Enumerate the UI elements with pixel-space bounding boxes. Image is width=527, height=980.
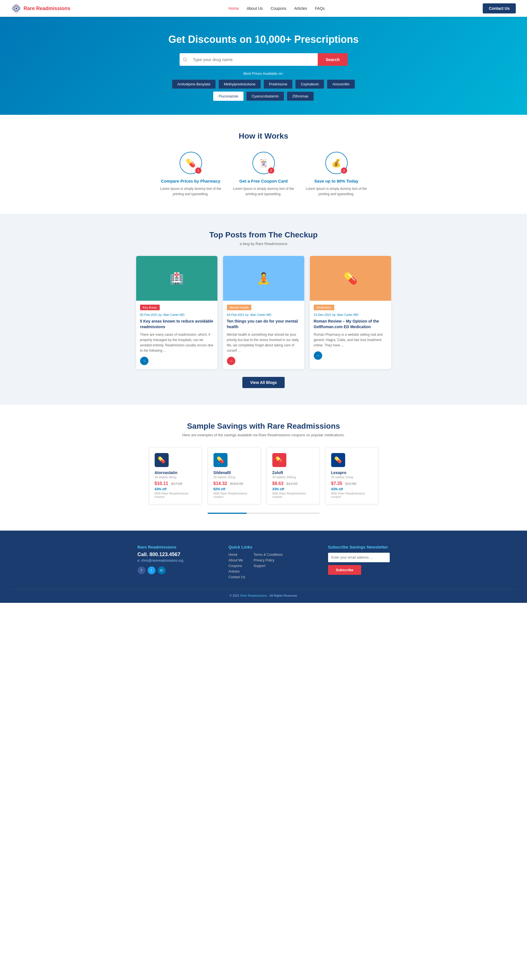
nav-coupons[interactable]: Coupons (271, 6, 286, 11)
footer-link[interactable]: About Me (228, 558, 245, 562)
post-image: 🏥 (136, 256, 217, 301)
svg-line-5 (186, 60, 187, 61)
savings-card: 💊 Zoloft 30 tablets 100mg $8.63 $12.83 3… (267, 447, 320, 504)
post-excerpt: Roman Pharmacy is a website selling real… (314, 332, 387, 348)
footer-newsletter: Subscribe Savings Newsletter Subscribe (328, 545, 390, 581)
nav-links: Home About Us Coupons Articles FAQs (228, 6, 325, 11)
drug-tag[interactable]: Cyanocobalamin (246, 92, 284, 101)
savings-pct: 92% off (214, 487, 255, 491)
step-title: Get a Free Coupon Card (233, 179, 294, 183)
drug-tag[interactable]: Zithromax (287, 92, 314, 101)
twitter-icon[interactable]: t (148, 566, 155, 574)
social-icons: f t in (137, 566, 184, 574)
post-meta: 04-Feb-2021 by: Alan Carter MD (227, 313, 300, 317)
footer-links: Quick Links HomeAbout MeCouponsArticlesC… (228, 545, 283, 581)
footer-link[interactable]: Terms & Conditions (254, 553, 283, 557)
footer-link[interactable]: Support (254, 564, 283, 568)
savings-price: $7.35 (331, 481, 342, 486)
savings-drug: Lexapro (331, 470, 373, 475)
logo[interactable]: Rare Readmissions (11, 3, 70, 13)
footer-link[interactable]: Articles (228, 570, 245, 573)
drug-tag[interactable]: Amlodipine Besylate (172, 80, 216, 89)
savings-subtitle: Here are examples of the savings availab… (6, 433, 521, 437)
savings-icon: 💊 (155, 453, 169, 467)
drug-tag[interactable]: Prednisone (264, 80, 293, 89)
savings-pct: 43% off (331, 487, 373, 491)
savings-pricing: $7.35 $12.88 (331, 481, 373, 486)
facebook-icon[interactable]: f (137, 566, 145, 574)
post-body: Mental Health 04-Feb-2021 by: Alan Carte… (223, 301, 304, 369)
footer-link[interactable]: Privacy Policy (254, 558, 283, 562)
step-number: 1 (195, 167, 201, 173)
progress-fill (208, 513, 247, 514)
post-title: Roman Review – My Opinion of the GetRoma… (314, 319, 387, 329)
post-meta: 13-Dec-2021 by: Alan Carter MD (314, 313, 387, 317)
post-badge: Key Areas (140, 305, 160, 310)
logo-icon (11, 3, 21, 13)
steps-container: 💊 1 Compare Prices by Pharmacy Lorem Ips… (6, 152, 521, 197)
post-excerpt: Mental health is something that should b… (227, 332, 300, 354)
footer-bottom: © 2021 Rare Readmissions . All Rights Re… (11, 589, 516, 597)
drug-tag[interactable]: Amoxicillin (327, 80, 355, 89)
top-posts-section: Top Posts from The Checkup a blog by Rar… (0, 214, 527, 405)
savings-card: 💊 Atorvastatin 30 tablets 40mg $10.11 $1… (149, 447, 202, 504)
savings-with: With Rare Readmissions coupon (331, 492, 373, 498)
step-title: Compare Prices by Pharmacy (160, 179, 222, 183)
savings-section: Sample Savings with Rare Readmissions He… (0, 405, 527, 531)
footer-col-2: Terms & ConditionsPrivacy PolicySupport (254, 553, 283, 581)
drug-tags: Amlodipine BesylateMethylprednisolonePre… (166, 80, 362, 101)
progress-bar (208, 513, 320, 514)
post-body: Medication 13-Dec-2021 by: Alan Carter M… (310, 301, 391, 364)
subscribe-button[interactable]: Subscribe (328, 565, 361, 575)
nav-home[interactable]: Home (228, 6, 239, 11)
hero-section: Get Discounts on 10,000+ Prescriptions S… (0, 17, 527, 115)
footer-link[interactable]: Coupons (228, 564, 245, 568)
savings-drug: Atorvastatin (155, 470, 196, 475)
post-image: 💊 (310, 256, 391, 301)
footer-cols: HomeAbout MeCouponsArticlesContact UsTer… (228, 553, 283, 581)
search-button[interactable]: Search (318, 53, 347, 66)
linkedin-icon[interactable]: in (158, 566, 166, 574)
nav-faqs[interactable]: FAQs (315, 6, 325, 11)
footer-link[interactable]: Contact Us (228, 575, 245, 579)
savings-with: With Rare Readmissions coupon (272, 492, 314, 498)
savings-original: $17.80 (171, 482, 182, 486)
best-prices-label: Best Prices Available on: (6, 72, 521, 76)
drug-tag[interactable]: Fluconazole (213, 92, 243, 101)
post-arrow[interactable]: → (140, 357, 149, 365)
savings-card: 💊 Lexapro 30 tablets 10mg $7.35 $12.88 4… (325, 447, 378, 504)
savings-pricing: $8.63 $12.83 (272, 481, 314, 486)
footer-newsletter-title: Subscribe Savings Newsletter (328, 545, 390, 549)
view-all-button[interactable]: View All Blogs (242, 377, 285, 388)
post-arrow[interactable]: → (227, 357, 235, 365)
step-icon: 💰 3 (325, 152, 348, 174)
post-arrow[interactable]: → (314, 352, 322, 360)
drug-tag[interactable]: Cephalexin (295, 80, 324, 89)
step-item: 💊 1 Compare Prices by Pharmacy Lorem Ips… (160, 152, 222, 197)
hero-title: Get Discounts on 10,000+ Prescriptions (6, 33, 521, 45)
post-meta: 05-Feb-2021 by: Alan Carter MD (140, 313, 214, 317)
how-it-works-section: How it Works 💊 1 Compare Prices by Pharm… (0, 115, 527, 214)
savings-icon: 💊 (331, 453, 345, 467)
nav-articles[interactable]: Articles (294, 6, 307, 11)
savings-icon: 💊 (214, 453, 227, 467)
drug-tag[interactable]: Methylprednisolone (219, 80, 261, 89)
step-number: 2 (268, 167, 274, 173)
savings-qty: 30 tablets 100mg (272, 476, 314, 479)
search-input[interactable] (191, 53, 318, 66)
post-image: 🧘 (223, 256, 304, 301)
posts-grid: 🏥 Key Areas 05-Feb-2021 by: Alan Carter … (126, 256, 401, 369)
footer-brand-link[interactable]: Rare Readmissions (240, 594, 267, 597)
savings-price: $14.32 (214, 481, 227, 486)
post-badge: Mental Health (227, 305, 252, 310)
how-it-works-title: How it Works (6, 132, 521, 140)
svg-point-3 (15, 8, 17, 9)
savings-original: $12.88 (345, 482, 356, 486)
step-title: Save up to 80% Today (306, 179, 367, 183)
nav-about[interactable]: About Us (246, 6, 263, 11)
contact-button[interactable]: Contact Us (483, 3, 516, 13)
footer-link[interactable]: Home (228, 553, 245, 557)
post-title: 5 Key areas known to reduce avoidable re… (140, 319, 214, 329)
footer-email: e: chris@rarereadmissions.org (137, 558, 184, 563)
email-newsletter-input[interactable] (328, 553, 390, 562)
